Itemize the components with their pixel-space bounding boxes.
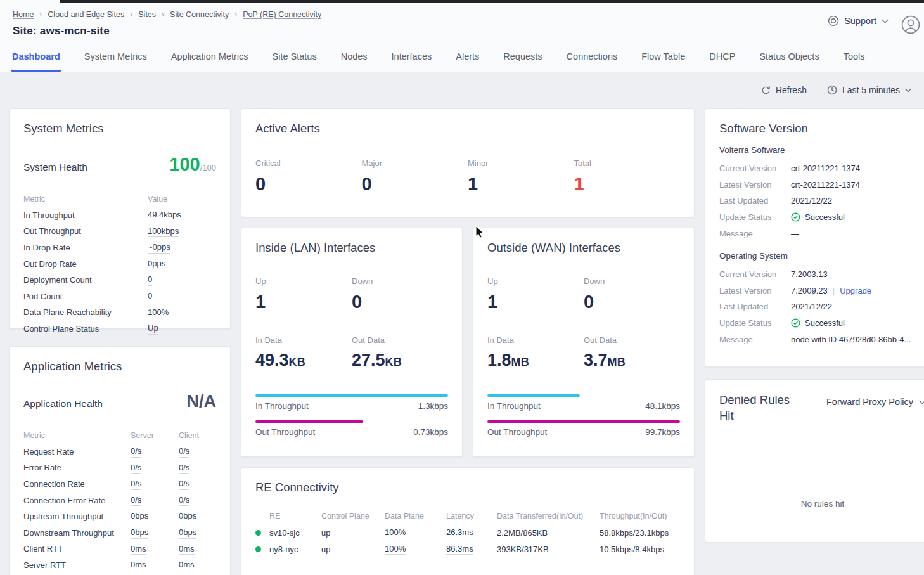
- out-throughput-bar: [487, 420, 680, 423]
- metric-value-link[interactable]: 0pps: [148, 258, 165, 270]
- metric-value-link[interactable]: 0/s: [131, 462, 141, 474]
- table-row: Downstream Throughput0bps0bps: [23, 525, 216, 541]
- tab-dhcp[interactable]: DHCP: [709, 50, 736, 72]
- table-row: Server RTT0ms0ms: [23, 557, 216, 574]
- metric-value-link[interactable]: Up: [148, 323, 158, 335]
- table-row: Connection Error Rate0/s0/s: [23, 492, 216, 508]
- table-row: Last Updated2021/12/22: [719, 299, 924, 315]
- table-row: Pod Count0: [23, 288, 216, 305]
- tab-nodes[interactable]: Nodes: [340, 50, 368, 72]
- metric-value-link[interactable]: 0/s: [131, 478, 141, 490]
- data-plane-link[interactable]: 100%: [385, 543, 406, 555]
- upgrade-link[interactable]: Upgrade: [840, 286, 871, 295]
- table-row: Data Plane Reachability100%: [23, 304, 216, 321]
- metric-value-link[interactable]: 0/s: [131, 446, 141, 458]
- metric-value-link[interactable]: 0bps: [179, 527, 196, 539]
- breadcrumb-sites[interactable]: Sites: [138, 10, 156, 19]
- metric-value-link[interactable]: 0/s: [131, 494, 141, 507]
- metric-value-link[interactable]: 0: [148, 274, 152, 286]
- metric-value-link[interactable]: 49.4kbps: [148, 209, 181, 221]
- tab-interfaces[interactable]: Interfaces: [391, 50, 433, 72]
- lan-interfaces-title[interactable]: Inside (LAN) Interfaces: [255, 241, 375, 257]
- latency-link[interactable]: 26.3ms: [446, 527, 473, 539]
- active-alerts-card: Active Alerts Critical 0 Major 0 Minor 1: [241, 108, 695, 217]
- metric-value-link[interactable]: 0ms: [179, 543, 195, 555]
- user-avatar[interactable]: [901, 15, 920, 34]
- metric-value-link[interactable]: 0bps: [131, 510, 148, 522]
- system-health-value: 100/100: [169, 154, 216, 175]
- window-chrome-strip: [60, 0, 924, 3]
- breadcrumb-separator: ›: [130, 10, 132, 19]
- support-label: Support: [844, 16, 876, 26]
- tab-dashboard[interactable]: Dashboard: [11, 50, 61, 72]
- refresh-button[interactable]: Refresh: [761, 85, 807, 95]
- page-title: Site: aws-mcn-site: [13, 25, 321, 37]
- policy-dropdown[interactable]: Forward Proxy Policy: [826, 397, 924, 407]
- latency-link[interactable]: 86.3ms: [446, 543, 473, 555]
- wan-out-data-stat: Out Data 3.7MB: [584, 335, 680, 370]
- os-message-truncated: node with ID 467928d0-86bb-4...: [791, 335, 924, 344]
- table-row: Latest Version 7.2009.23|Upgrade: [719, 283, 924, 299]
- metric-value-link[interactable]: 0ms: [179, 559, 195, 571]
- tab-application-metrics[interactable]: Application Metrics: [170, 50, 249, 72]
- metric-value-link[interactable]: 0/s: [179, 478, 189, 490]
- tab-site-status[interactable]: Site Status: [272, 50, 318, 72]
- table-row: Client RTT0ms0ms: [23, 541, 216, 557]
- breadcrumb-site-connectivity[interactable]: Site Connectivity: [170, 10, 229, 19]
- lan-throughput-bars: In Throughput1.3kbps Out Throughput0.73k…: [255, 394, 448, 437]
- metric-value-link[interactable]: 100%: [148, 307, 169, 319]
- denied-rules-card: Denied Rules Hit Forward Proxy Policy No…: [705, 379, 924, 543]
- time-range-label: Last 5 minutes: [842, 85, 900, 95]
- breadcrumb-separator: ›: [39, 10, 42, 19]
- support-menu[interactable]: Support: [828, 15, 889, 27]
- table-row: ny8-nyc up 100% 86.3ms 393KB/317KB 10.5k…: [255, 541, 680, 557]
- table-row: Current Version7.2003.13: [719, 266, 924, 283]
- metric-value-link[interactable]: 0ms: [131, 559, 146, 571]
- chevron-down-icon: [919, 400, 924, 404]
- metric-value-link[interactable]: 100kbps: [148, 226, 179, 238]
- tab-requests[interactable]: Requests: [503, 50, 542, 72]
- table-row: Messagenode with ID 467928d0-86bb-4...: [719, 331, 924, 347]
- lan-interfaces-card: Inside (LAN) Interfaces Up 1 Down 0: [241, 228, 463, 457]
- denied-rules-title: Denied Rules Hit: [719, 392, 803, 424]
- metric-value-link[interactable]: 0/s: [179, 446, 189, 458]
- metric-value-link[interactable]: 0/s: [179, 462, 189, 474]
- empty-state-message: No rules hit: [719, 499, 924, 508]
- system-metrics-title: System Metrics: [23, 122, 216, 136]
- metric-value-link[interactable]: 0ms: [131, 543, 146, 555]
- breadcrumb-cloud-edge-sites[interactable]: Cloud and Edge Sites: [48, 10, 124, 19]
- tab-flow-table[interactable]: Flow Table: [641, 50, 686, 72]
- tab-alerts[interactable]: Alerts: [455, 50, 480, 72]
- column-header-metric: Metric: [23, 431, 131, 440]
- time-range-select[interactable]: Last 5 minutes: [827, 85, 911, 95]
- re-connectivity-card: RE Connectivity RE Control Plane Data Pl…: [241, 467, 695, 575]
- metric-value-link[interactable]: 0bps: [179, 510, 196, 522]
- application-metrics-title: Application Metrics: [23, 359, 216, 373]
- metric-value-link[interactable]: 0bps: [131, 527, 148, 539]
- clock-icon: [827, 85, 837, 95]
- table-row: Update Status Successful: [719, 209, 924, 226]
- re-name: sv10-sjc: [269, 528, 321, 538]
- metric-value-link[interactable]: 0: [148, 290, 152, 302]
- column-header-re: RE: [269, 512, 321, 520]
- active-alerts-title[interactable]: Active Alerts: [255, 122, 320, 138]
- tab-bar: Dashboard System Metrics Application Met…: [0, 40, 924, 72]
- breadcrumb-home[interactable]: Home: [13, 10, 34, 19]
- table-row: Out Drop Rate0pps: [23, 255, 216, 272]
- page-header: Home › Cloud and Edge Sites › Sites › Si…: [0, 4, 924, 40]
- wan-interfaces-card: Outside (WAN) Interfaces Up 1 Down 0: [473, 228, 695, 457]
- operating-system-heading: Operating System: [719, 251, 924, 261]
- data-plane-link[interactable]: 100%: [385, 527, 406, 539]
- metric-value-link[interactable]: ~0pps: [148, 242, 170, 254]
- metric-value-link[interactable]: 0/s: [179, 494, 189, 507]
- breadcrumb-pop-re-connectivity[interactable]: PoP (RE) Connectivity: [243, 10, 321, 19]
- column-header-data-plane: Data Plane: [385, 512, 446, 520]
- tab-system-metrics[interactable]: System Metrics: [84, 50, 148, 72]
- tab-connections[interactable]: Connections: [566, 50, 619, 72]
- tab-status-objects[interactable]: Status Objects: [759, 50, 819, 72]
- lan-down-stat: Down 0: [352, 276, 448, 313]
- column-header-control-plane: Control Plane: [321, 512, 385, 520]
- tab-tools[interactable]: Tools: [843, 50, 866, 72]
- wan-interfaces-title[interactable]: Outside (WAN) Interfaces: [487, 241, 620, 257]
- in-throughput-bar: [255, 394, 448, 397]
